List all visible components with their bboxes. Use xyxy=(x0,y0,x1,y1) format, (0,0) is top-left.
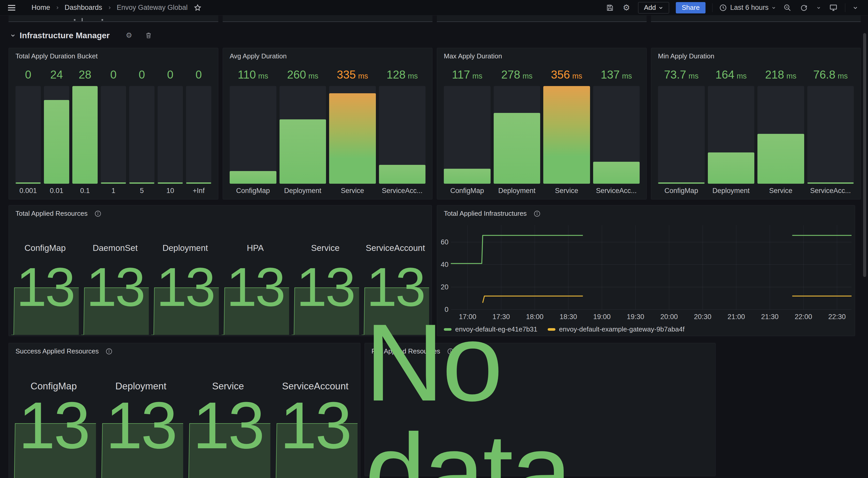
bar-categories-row: ConfigMapDeploymentServiceServiceAcc... xyxy=(658,187,854,196)
bar-values-row: 024280000 xyxy=(16,68,211,83)
zoom-out-icon[interactable] xyxy=(782,3,792,13)
bar-track-ServiceAcc... xyxy=(593,86,640,184)
stat-HPA: HPA13 xyxy=(221,236,289,336)
row-delete-trash-icon[interactable] xyxy=(145,32,152,39)
bar-ConfigMap xyxy=(658,182,705,184)
bar-values-row: 110ms260ms335ms128ms xyxy=(230,68,426,83)
hamburger-menu-icon[interactable] xyxy=(7,3,17,13)
svg-text:21:30: 21:30 xyxy=(761,313,779,321)
value-number: 335 xyxy=(337,68,356,81)
bar-track-ServiceAcc... xyxy=(379,86,426,184)
stat-DaemonSet: DaemonSet13 xyxy=(81,236,149,336)
breadcrumb-current: Envoy Gateway Global xyxy=(117,4,188,11)
info-icon[interactable] xyxy=(94,210,101,217)
value-number: 164 xyxy=(715,68,734,81)
category-label: Deployment xyxy=(280,187,326,196)
stat-value: 13 xyxy=(185,392,271,458)
stat-label: Service xyxy=(291,243,360,253)
bar-track-ConfigMap xyxy=(444,86,491,184)
bar-track-1 xyxy=(101,86,126,184)
bar-categories-row: 0.0010.010.11510+Inf xyxy=(16,187,211,196)
value-unit: ms xyxy=(358,72,368,80)
stat-ConfigMap: ConfigMap13 xyxy=(11,374,97,478)
breadcrumb-dashboards[interactable]: Dashboards xyxy=(65,4,102,11)
refresh-icon[interactable] xyxy=(799,3,809,13)
favorite-star-icon[interactable] xyxy=(193,3,203,13)
value-ConfigMap: 73.7ms xyxy=(658,68,705,83)
row-header: Infrastructure Manager ⚙ xyxy=(10,29,152,42)
top-navbar: Home Dashboards Envoy Gateway Global ⚙ A… xyxy=(0,0,868,16)
refresh-interval-chevron-icon[interactable] xyxy=(815,3,822,13)
value-ServiceAcc...: 128ms xyxy=(379,68,426,83)
bar-Service xyxy=(757,134,804,184)
bar-track-10 xyxy=(158,86,183,184)
row-title[interactable]: Infrastructure Manager xyxy=(20,31,110,40)
bar-categories-row: ConfigMapDeploymentServiceServiceAcc... xyxy=(230,187,426,196)
panel-title: Max Apply Duration xyxy=(444,52,502,60)
bar-track-ConfigMap xyxy=(658,86,705,184)
share-button[interactable]: Share xyxy=(676,2,706,13)
bar-0.1 xyxy=(72,86,98,184)
value-unit: ms xyxy=(737,72,747,80)
add-button[interactable]: Add xyxy=(638,2,669,13)
category-label: +Inf xyxy=(186,187,211,196)
kiosk-mode-monitor-icon[interactable] xyxy=(829,3,838,13)
row-collapse-chevron-icon[interactable] xyxy=(10,33,16,38)
value-number: 76.8 xyxy=(813,68,835,81)
panel-title: Total Applied Resources xyxy=(16,210,88,217)
value-5: 0 xyxy=(129,68,154,83)
category-label: Service xyxy=(329,187,376,196)
value-number: 260 xyxy=(287,68,306,81)
row-settings-gear-icon[interactable]: ⚙ xyxy=(126,32,132,39)
value-unit: ms xyxy=(523,72,533,80)
bar-categories-row: ConfigMapDeploymentServiceServiceAcc... xyxy=(444,187,640,196)
svg-text:60: 60 xyxy=(441,238,448,246)
chevron-right-icon xyxy=(55,6,59,10)
bar-10 xyxy=(158,182,183,184)
stat-value: 13 xyxy=(291,260,360,315)
stat-ServiceAccount: ServiceAccount13 xyxy=(361,236,430,336)
value-number: 356 xyxy=(551,68,570,81)
value-number: 0 xyxy=(110,68,117,81)
value-number: 128 xyxy=(386,68,405,81)
value-number: 278 xyxy=(501,68,520,81)
stat-value: 13 xyxy=(98,392,184,458)
collapse-navbar-chevron-icon[interactable] xyxy=(852,3,859,13)
category-label: 1 xyxy=(101,187,126,196)
save-dashboard-icon[interactable] xyxy=(605,3,615,13)
scrolled-panel-remnant xyxy=(651,16,861,22)
category-label: ConfigMap xyxy=(230,187,276,196)
time-range-picker[interactable]: Last 6 hours xyxy=(719,4,776,11)
value-unit: ms xyxy=(572,72,582,80)
bar-track-Deployment xyxy=(708,86,754,184)
stat-ServiceAccount: ServiceAccount13 xyxy=(273,374,358,478)
category-label: Service xyxy=(757,187,804,196)
bar-track-0.1 xyxy=(72,86,98,184)
value-ServiceAcc...: 76.8ms xyxy=(807,68,854,83)
bar-ConfigMap xyxy=(444,169,491,184)
bar-ServiceAcc... xyxy=(593,162,640,184)
value-number: 218 xyxy=(765,68,784,81)
bar-track-5 xyxy=(129,86,154,184)
scrolled-panel-remnant xyxy=(8,16,218,22)
svg-text:22:30: 22:30 xyxy=(828,313,846,321)
scrollbar-thumb[interactable] xyxy=(863,33,866,277)
panel-avg-apply-duration: Avg Apply Duration 110ms260ms335ms128ms … xyxy=(223,48,432,200)
bar-0.001 xyxy=(16,182,41,184)
value-number: 0 xyxy=(167,68,173,81)
info-icon[interactable] xyxy=(105,348,113,355)
stat-label: DaemonSet xyxy=(81,243,149,253)
stat-ConfigMap: ConfigMap13 xyxy=(11,236,79,336)
breadcrumb-home[interactable]: Home xyxy=(32,4,50,11)
stat-value: 13 xyxy=(221,260,289,315)
stat-label: ConfigMap xyxy=(11,243,79,253)
value-unit: ms xyxy=(622,72,632,80)
stat-Deployment: Deployment13 xyxy=(151,236,219,336)
bar-Deployment xyxy=(280,119,326,184)
stat-Service: Service13 xyxy=(185,374,271,478)
category-label: 0.01 xyxy=(44,187,69,196)
dashboard-settings-gear-icon[interactable]: ⚙ xyxy=(622,3,631,13)
stat-value: 13 xyxy=(11,260,79,315)
panel-max-apply-duration: Max Apply Duration 117ms278ms356ms137ms … xyxy=(437,48,647,200)
panel-title: Success Applied Resources xyxy=(16,347,99,355)
